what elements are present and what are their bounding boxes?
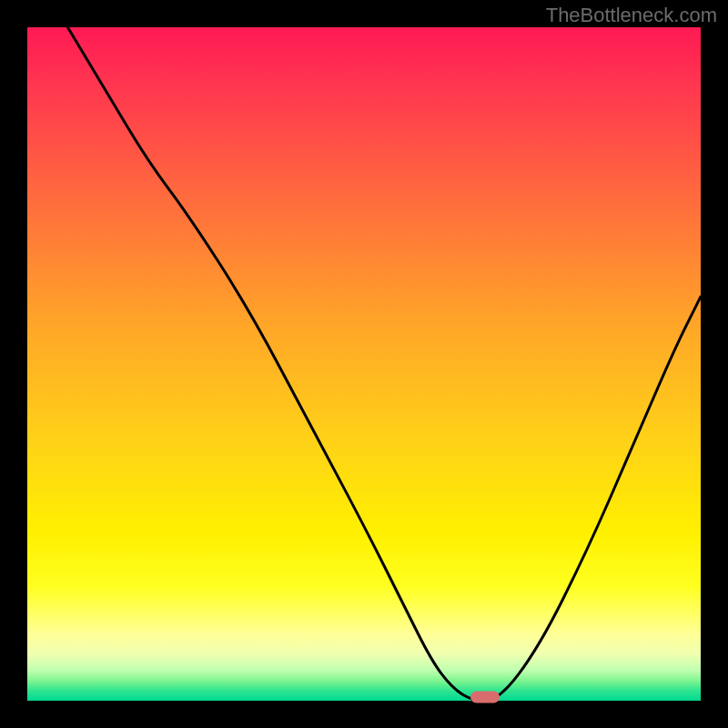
optimal-marker [470,692,500,703]
plot-area [27,27,701,701]
bottleneck-curve [27,27,701,701]
watermark-text: TheBottleneck.com [546,4,717,27]
chart-container: TheBottleneck.com [0,0,728,728]
